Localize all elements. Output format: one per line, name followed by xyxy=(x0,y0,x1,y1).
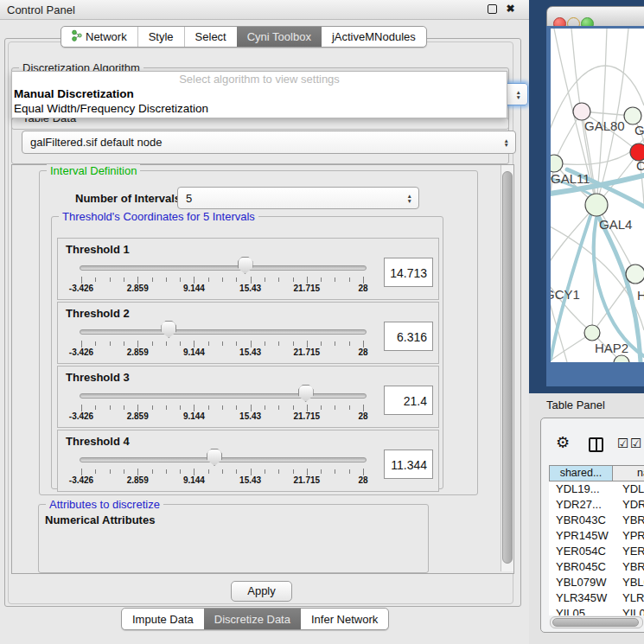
tab-infer-network[interactable]: Infer Network xyxy=(301,609,388,629)
network-node-gal80[interactable] xyxy=(573,103,590,120)
scrollbar-thumb[interactable] xyxy=(502,171,513,564)
table-row[interactable]: YDR27...YDR2 xyxy=(549,497,644,513)
slider-track[interactable] xyxy=(80,393,367,399)
tab-impute-data[interactable]: Impute Data xyxy=(122,609,204,629)
scrollbar-thumb[interactable] xyxy=(552,618,639,627)
network-node-ga[interactable] xyxy=(624,107,641,124)
tab-cyni-toolbox[interactable]: Cyni Toolbox xyxy=(237,27,322,47)
slider-thumb[interactable] xyxy=(238,257,253,274)
slider-thumb[interactable] xyxy=(298,385,314,402)
network-node-gal4[interactable] xyxy=(585,194,608,216)
table-row[interactable]: YPR145WYPR1 xyxy=(549,528,644,544)
tick-mark xyxy=(265,341,265,346)
tick-mark xyxy=(222,469,223,474)
network-edge[interactable] xyxy=(596,29,607,205)
threshold-value-field[interactable]: 11.344 xyxy=(384,450,433,479)
tick-mark xyxy=(265,469,265,474)
tick-mark xyxy=(236,277,237,282)
cell-name[interactable]: YLR3 xyxy=(622,590,644,606)
tick-mark xyxy=(307,277,308,284)
cell-shared-name[interactable]: YIL05... xyxy=(549,606,622,615)
tab-jactivemnodules[interactable]: jActiveMNodules xyxy=(322,27,426,47)
threshold-value-field[interactable]: 21.4 xyxy=(384,386,433,415)
table-row[interactable]: YER054CYER0 xyxy=(549,544,644,559)
tick-mark xyxy=(321,277,322,282)
tab-style[interactable]: Style xyxy=(137,27,184,47)
cell-shared-name[interactable]: YPR145W xyxy=(549,528,622,544)
cell-name[interactable]: YDL1 xyxy=(622,481,644,497)
table-row[interactable]: YBR045CYBR0 xyxy=(549,559,644,575)
table-body: YDL19...YDL1YDR27...YDR2YBR043CYBR0YPR14… xyxy=(549,481,644,615)
tick-label: 9.144 xyxy=(183,411,205,421)
column-header-name[interactable]: na xyxy=(613,465,644,481)
cell-name[interactable]: YPR1 xyxy=(622,528,644,544)
tick-mark xyxy=(110,469,111,474)
float-window-icon[interactable] xyxy=(488,4,497,14)
tab-label: Impute Data xyxy=(132,613,194,626)
tick-mark xyxy=(152,405,153,410)
network-icon xyxy=(72,29,82,44)
threshold-value-field[interactable]: 14.713 xyxy=(384,258,433,287)
popup-option-manual-discretization[interactable]: Manual Discretization xyxy=(12,86,507,101)
threshold-row: Threshold 2-3.4262.8599.14415.4321.71528… xyxy=(57,302,439,364)
cell-shared-name[interactable]: YDL19... xyxy=(549,481,622,497)
checkbox-icon[interactable]: ☑ xyxy=(617,437,628,450)
tick-mark xyxy=(278,469,279,474)
cell-name[interactable]: YBL0 xyxy=(622,575,644,590)
cell-name[interactable]: YBR0 xyxy=(622,559,644,575)
threshold-value-field[interactable]: 6.316 xyxy=(384,322,433,351)
tick-mark xyxy=(208,341,209,346)
network-node-gal11[interactable] xyxy=(551,155,563,172)
apply-button[interactable]: Apply xyxy=(231,581,292,602)
column-header-shared[interactable]: shared... xyxy=(549,465,613,481)
cell-shared-name[interactable]: YER054C xyxy=(549,544,622,559)
tick-mark xyxy=(124,469,124,474)
split-columns-icon[interactable] xyxy=(589,437,603,452)
table-row[interactable]: YLR345WYLR3 xyxy=(549,590,644,606)
tick-mark xyxy=(251,405,252,411)
tab-discretize-data[interactable]: Discretize Data xyxy=(204,609,301,629)
cell-shared-name[interactable]: YBR045C xyxy=(549,559,622,575)
bottom-tab-bar: Impute DataDiscretize DataInfer Network xyxy=(121,608,389,630)
table-row[interactable]: YIL05...YIL0 xyxy=(549,606,644,615)
tick-mark xyxy=(278,341,279,346)
tab-select[interactable]: Select xyxy=(184,27,237,47)
tab-network[interactable]: Network xyxy=(61,27,137,47)
cell-name[interactable]: YBR0 xyxy=(622,513,644,528)
network-canvas[interactable]: GAL80GACGAL11GAL4GCY1HHAP2 xyxy=(551,29,644,362)
tick-mark xyxy=(81,341,82,348)
cell-name[interactable]: YIL0 xyxy=(622,606,644,615)
cell-shared-name[interactable]: YBR043C xyxy=(549,513,622,528)
tab-label: Style xyxy=(149,30,174,43)
num-intervals-combo[interactable]: 5 ▲▼ xyxy=(177,187,419,209)
gear-icon[interactable]: ⚙ xyxy=(556,435,570,450)
network-node-h[interactable] xyxy=(626,265,644,284)
table-row[interactable]: YBL079WYBL0 xyxy=(549,575,644,590)
cell-name[interactable]: YER0 xyxy=(622,544,644,559)
cell-name[interactable]: YDR2 xyxy=(622,497,644,513)
tick-label: 2.859 xyxy=(127,411,149,421)
table-data-combo[interactable]: galFiltered.sif default node ▲▼ xyxy=(22,131,516,154)
slider-track[interactable] xyxy=(80,457,367,462)
horizontal-scrollbar[interactable] xyxy=(550,616,643,628)
table-row[interactable]: YBR043CYBR0 xyxy=(549,513,644,528)
group-title: Attributes to discretize xyxy=(46,498,163,511)
slider-thumb[interactable] xyxy=(207,449,222,466)
network-node-hap2[interactable] xyxy=(584,325,600,341)
tick-label: -3.426 xyxy=(69,348,93,357)
close-icon[interactable]: ✖ xyxy=(506,4,515,14)
slider-track[interactable] xyxy=(80,265,367,271)
vertical-scrollbar[interactable] xyxy=(501,165,513,571)
checkbox-icon[interactable]: ☑ xyxy=(630,437,641,450)
cell-shared-name[interactable]: YBL079W xyxy=(549,575,622,590)
cell-shared-name[interactable]: YLR345W xyxy=(549,590,622,606)
table-row[interactable]: YDL19...YDL1 xyxy=(549,481,644,497)
tick-mark xyxy=(349,277,350,282)
tick-label: 21.715 xyxy=(294,411,321,421)
tick-mark xyxy=(251,341,252,348)
slider-thumb[interactable] xyxy=(161,321,176,338)
popup-option-equal-width-frequency-discretization[interactable]: Equal Width/Frequency Discretization xyxy=(12,101,507,116)
slider-track[interactable] xyxy=(80,329,367,335)
cell-shared-name[interactable]: YDR27... xyxy=(549,497,622,513)
tick-mark xyxy=(236,405,237,410)
